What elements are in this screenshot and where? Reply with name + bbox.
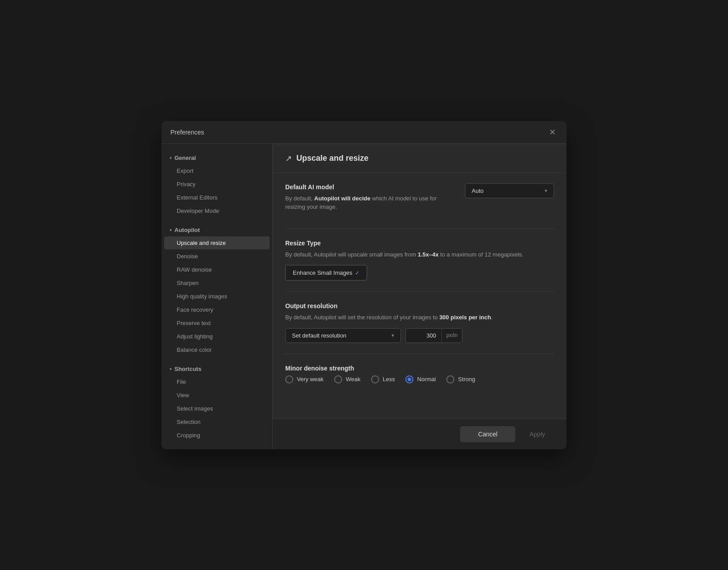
output-resolution-description: By default, Autopilot will set the resol… (285, 313, 554, 322)
sidebar-section-autopilot[interactable]: ▾ Autopilot (162, 223, 272, 236)
resize-type-block: Resize Type By default, Autopilot will u… (285, 229, 554, 292)
denoise-strength-radio-group: Very weak Weak Less (285, 375, 554, 383)
radio-label-weak: Weak (346, 376, 360, 383)
sidebar-item-view[interactable]: View (164, 389, 270, 402)
radio-option-less[interactable]: Less (371, 375, 395, 383)
desc-bold: Autopilot will decide (314, 195, 370, 202)
main-content: ↗ Upscale and resize Default AI model By… (273, 144, 566, 449)
titlebar: Preferences ✕ (162, 121, 566, 144)
minor-denoise-title: Minor denoise strength (285, 365, 554, 372)
chevron-down-icon-ai: ▾ (545, 188, 547, 194)
sidebar-section-general[interactable]: ▾ General (162, 151, 272, 164)
radio-inner-normal (408, 378, 411, 381)
resolution-dropdown[interactable]: Set default resolution ▾ (285, 328, 401, 343)
output-desc-prefix: By default, Autopilot will set the resol… (285, 314, 439, 321)
sidebar-item-face-recovery[interactable]: Face recovery (164, 303, 270, 316)
resolution-value-input[interactable] (406, 329, 441, 342)
radio-label-normal: Normal (417, 376, 436, 383)
resize-desc-suffix: to a maximum of 12 megapixels. (439, 251, 524, 258)
cancel-button[interactable]: Cancel (460, 426, 515, 442)
resolution-unit-label: px/in (441, 329, 462, 342)
output-desc-suffix: . (491, 314, 493, 321)
upscale-icon: ↗ (285, 154, 292, 163)
resolution-row: Set default resolution ▾ px/in (285, 328, 554, 343)
resize-type-title: Resize Type (285, 240, 554, 247)
sidebar-item-adjust-lighting[interactable]: Adjust lighting (164, 330, 270, 343)
sidebar-item-cropping[interactable]: Cropping (164, 429, 270, 442)
sidebar-section-label-shortcuts: Shortcuts (174, 366, 202, 372)
chevron-down-icon: ▾ (170, 155, 172, 160)
section-header: ↗ Upscale and resize (273, 144, 566, 173)
enhance-btn-label: Enhance Small Images (293, 269, 352, 276)
default-ai-text: Default AI model By default, Autopilot w… (285, 183, 465, 218)
sidebar-item-export[interactable]: Export (164, 164, 270, 177)
radio-label-very-weak: Very weak (297, 376, 324, 383)
sidebar-section-label-general: General (174, 155, 196, 161)
apply-button[interactable]: Apply (521, 426, 554, 442)
output-desc-bold: 300 pixels per inch (439, 314, 491, 321)
sidebar-item-balance-color[interactable]: Balance color (164, 343, 270, 356)
sidebar-item-sharpen[interactable]: Sharpen (164, 277, 270, 289)
radio-outer-normal (405, 375, 413, 383)
minor-denoise-block: Minor denoise strength Very weak Weak (285, 354, 554, 394)
chevron-down-icon-shortcuts: ▾ (170, 366, 172, 371)
close-button[interactable]: ✕ (547, 127, 558, 137)
default-ai-model-row: Default AI model By default, Autopilot w… (285, 183, 554, 218)
sidebar-item-high-quality-images[interactable]: High quality images (164, 290, 270, 303)
output-resolution-title: Output resolution (285, 302, 554, 309)
sidebar-item-raw-denoise[interactable]: RAW denoise (164, 263, 270, 276)
enhance-small-images-button[interactable]: Enhance Small Images✓ (285, 265, 367, 281)
radio-option-weak[interactable]: Weak (334, 375, 360, 383)
sidebar-section-shortcuts-items: File View Select images Selection Croppi… (162, 375, 272, 442)
resolution-input-wrapper: px/in (405, 328, 462, 343)
resolution-dropdown-value: Set default resolution (292, 332, 346, 339)
content-area: Default AI model By default, Autopilot w… (273, 173, 566, 419)
radio-outer-weak (334, 375, 342, 383)
dialog-title: Preferences (170, 129, 204, 136)
desc-prefix: By default, (285, 195, 314, 202)
sidebar-item-upscale-resize[interactable]: Upscale and resize (164, 236, 270, 249)
preferences-dialog: Preferences ✕ ▾ General Export Privacy E… (162, 121, 566, 449)
radio-option-normal[interactable]: Normal (405, 375, 436, 383)
dialog-footer: Cancel Apply (273, 419, 566, 449)
ai-model-dropdown[interactable]: Auto ▾ (465, 183, 554, 198)
chevron-down-icon-autopilot: ▾ (170, 228, 172, 232)
sidebar-item-denoise[interactable]: Denoise (164, 250, 270, 263)
sidebar-item-preserve-text[interactable]: Preserve text (164, 317, 270, 330)
radio-label-strong: Strong (458, 376, 475, 383)
default-ai-model-block: Default AI model By default, Autopilot w… (285, 173, 554, 229)
radio-option-strong[interactable]: Strong (446, 375, 475, 383)
radio-outer-less (371, 375, 379, 383)
resize-type-description: By default, Autopilot will upscale small… (285, 250, 554, 259)
sidebar-section-shortcuts[interactable]: ▾ Shortcuts (162, 362, 272, 375)
sidebar: ▾ General Export Privacy External Editor… (162, 144, 273, 449)
sidebar-item-developer-mode[interactable]: Developer Mode (164, 204, 270, 217)
radio-option-very-weak[interactable]: Very weak (285, 375, 324, 383)
ai-model-dropdown-value: Auto (472, 187, 484, 194)
chevron-down-icon-resolution: ▾ (392, 333, 394, 338)
radio-outer-very-weak (285, 375, 293, 383)
section-title: Upscale and resize (296, 154, 368, 163)
radio-outer-strong (446, 375, 454, 383)
radio-label-less: Less (383, 376, 395, 383)
sidebar-item-select-images[interactable]: Select images (164, 402, 270, 415)
default-ai-model-description: By default, Autopilot will decide which … (285, 194, 456, 212)
sidebar-item-file[interactable]: File (164, 375, 270, 388)
sidebar-item-privacy[interactable]: Privacy (164, 178, 270, 191)
checkmark-icon: ✓ (355, 270, 360, 276)
sidebar-item-external-editors[interactable]: External Editors (164, 191, 270, 204)
dialog-body: ▾ General Export Privacy External Editor… (162, 144, 566, 449)
sidebar-item-selection[interactable]: Selection (164, 415, 270, 428)
default-ai-model-title: Default AI model (285, 183, 456, 191)
sidebar-section-autopilot-items: Upscale and resize Denoise RAW denoise S… (162, 236, 272, 356)
output-resolution-block: Output resolution By default, Autopilot … (285, 292, 554, 354)
sidebar-section-label-autopilot: Autopilot (174, 227, 200, 233)
sidebar-section-general-items: Export Privacy External Editors Develope… (162, 164, 272, 217)
resize-desc-bold: 1.5x–4x (418, 251, 439, 258)
resize-desc-prefix: By default, Autopilot will upscale small… (285, 251, 418, 258)
